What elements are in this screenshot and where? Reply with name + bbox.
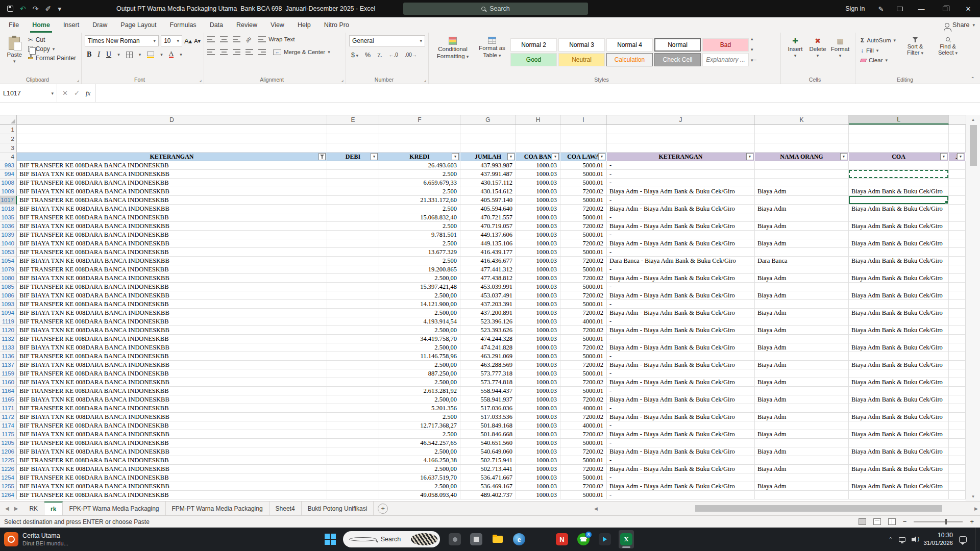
- cell[interactable]: 1000.03: [516, 274, 560, 283]
- cell[interactable]: [607, 125, 755, 134]
- cell[interactable]: Biaya Adm Bank & Buku Cek/Giro: [849, 378, 949, 387]
- cell[interactable]: 5000.01: [560, 170, 607, 179]
- cell[interactable]: [327, 465, 379, 473]
- cell[interactable]: Biaya Adm Bank & Buku Cek/Giro: [849, 482, 949, 491]
- cell[interactable]: 1000.03: [516, 283, 560, 291]
- cell[interactable]: [327, 300, 379, 309]
- cell[interactable]: 1000.03: [516, 291, 560, 300]
- row-header-1205[interactable]: 1205: [0, 439, 17, 447]
- cell[interactable]: [327, 335, 379, 343]
- cell[interactable]: Biaya Adm - Biaya Adm Bank & Buku Cek/Gi…: [607, 291, 755, 300]
- cell[interactable]: -: [607, 248, 755, 257]
- cell[interactable]: 7200.02: [560, 291, 607, 300]
- autosum-button[interactable]: ΣAutoSum▾: [859, 35, 898, 45]
- cell[interactable]: [17, 134, 327, 143]
- cell[interactable]: Biaya Adm - Biaya Adm Bank & Buku Cek/Gi…: [607, 430, 755, 439]
- row-header-4[interactable]: 4: [0, 153, 17, 161]
- sheet-tab-sheet4[interactable]: Sheet4: [270, 502, 302, 515]
- column-header-K[interactable]: K: [755, 115, 849, 124]
- row-header-1040[interactable]: 1040: [0, 239, 17, 248]
- cell[interactable]: 477.438.812: [460, 274, 516, 283]
- cell[interactable]: 1000.03: [516, 317, 560, 326]
- cell[interactable]: Biaya Adm - Biaya Adm Bank & Buku Cek/Gi…: [607, 465, 755, 473]
- cell[interactable]: 5.201.356: [379, 404, 460, 413]
- cell[interactable]: 1000.03: [516, 239, 560, 248]
- ribbon-tab-insert[interactable]: Insert: [57, 17, 86, 33]
- cell[interactable]: BIF BIAYA TXN KE 008DARA BANCA INDONESKB…: [17, 465, 327, 473]
- cell[interactable]: 5000.01: [560, 439, 607, 447]
- row-header-993[interactable]: 993: [0, 161, 17, 170]
- cell[interactable]: [849, 317, 949, 326]
- alignment-dialog-launcher[interactable]: ⌟: [341, 77, 344, 82]
- borders-icon[interactable]: [126, 52, 133, 58]
- row-header-1159[interactable]: 1159: [0, 369, 17, 378]
- cell[interactable]: 1000.03: [516, 179, 560, 187]
- cell[interactable]: [327, 387, 379, 395]
- cell[interactable]: BIF BIAYA TXN KE 008DARA BANCA INDONESKB…: [17, 205, 327, 213]
- cell[interactable]: 437.203.391: [460, 300, 516, 309]
- news-widget[interactable]: Cerita Utama Dirut BEI mundu...: [4, 532, 68, 546]
- redo-icon[interactable]: ↷: [33, 5, 39, 13]
- cell[interactable]: 6.659.679,33: [379, 179, 460, 187]
- cell[interactable]: [949, 179, 966, 187]
- cell[interactable]: [327, 395, 379, 404]
- cell[interactable]: [755, 456, 849, 465]
- cell[interactable]: Biaya Adm - Biaya Adm Bank & Buku Cek/Gi…: [607, 326, 755, 335]
- cell[interactable]: 2.500,00: [379, 395, 460, 404]
- cell[interactable]: [327, 352, 379, 361]
- cell[interactable]: BIF BIAYA TXN KE 008DARA BANCA INDONESKB…: [17, 257, 327, 265]
- cell[interactable]: [949, 335, 966, 343]
- undo-icon[interactable]: ↶: [20, 5, 26, 13]
- cell[interactable]: [949, 143, 966, 153]
- cell[interactable]: 501.849.168: [460, 421, 516, 430]
- cell[interactable]: BIF TRANSFER KE 008DARA BANCA INDONESKBB: [17, 387, 327, 395]
- accounting-format-icon[interactable]: $ ▾: [351, 52, 358, 59]
- row-header-1119[interactable]: 1119: [0, 317, 17, 326]
- filter-dropdown-button[interactable]: ▾: [371, 153, 378, 160]
- cell[interactable]: 2.500,00: [379, 291, 460, 300]
- filter-header-H[interactable]: COA BAN▾: [516, 153, 560, 161]
- cell[interactable]: 523.396.126: [460, 317, 516, 326]
- cell[interactable]: BIF TRANSFER KE 008DARA BANCA INDONESKBB: [17, 265, 327, 274]
- taskbar-media-app-icon[interactable]: [597, 530, 612, 548]
- cell[interactable]: [755, 421, 849, 430]
- cell[interactable]: 1000.03: [516, 352, 560, 361]
- row-header-1264[interactable]: 1264: [0, 491, 17, 499]
- cell[interactable]: 5000.01: [560, 248, 607, 257]
- cell[interactable]: 2.500,00: [379, 482, 460, 491]
- cell[interactable]: 5000.01: [560, 387, 607, 395]
- style-chip-normal-2[interactable]: Normal 2: [510, 38, 557, 52]
- cell[interactable]: [849, 213, 949, 222]
- cell[interactable]: Biaya Adm Bank & Buku Cek/Giro: [849, 326, 949, 335]
- style-chip-calculation[interactable]: Calculation: [606, 53, 653, 66]
- cell[interactable]: [849, 491, 949, 499]
- filter-header-E[interactable]: DEBI▾: [327, 153, 379, 161]
- cell[interactable]: BIF TRANSFER KE 008DARA BANCA INDONESKBB: [17, 283, 327, 291]
- cell[interactable]: [755, 265, 849, 274]
- cell[interactable]: BIF TRANSFER KE 008DARA BANCA INDONESKBB: [17, 369, 327, 378]
- cell[interactable]: Biaya Adm - Biaya Adm Bank & Buku Cek/Gi…: [607, 361, 755, 369]
- row-header-1165[interactable]: 1165: [0, 395, 17, 404]
- cell[interactable]: 5000.01: [560, 161, 607, 170]
- row-header-1036[interactable]: 1036: [0, 222, 17, 231]
- cell[interactable]: [949, 439, 966, 447]
- cell[interactable]: [327, 430, 379, 439]
- cell[interactable]: BIF TRANSFER KE 008DARA BANCA INDONESKBB: [17, 161, 327, 170]
- style-chip-neutral[interactable]: Neutral: [558, 53, 605, 66]
- filter-header-G[interactable]: JUMLAH▾: [460, 153, 516, 161]
- cell[interactable]: 453.039.991: [460, 283, 516, 291]
- cell[interactable]: BIF BIAYA TXN KE 008DARA BANCA INDONESKB…: [17, 222, 327, 231]
- cell[interactable]: [949, 413, 966, 421]
- cell[interactable]: 2.500: [379, 239, 460, 248]
- cell[interactable]: 1000.03: [516, 161, 560, 170]
- cell[interactable]: 558.944.437: [460, 387, 516, 395]
- cell[interactable]: Biaya Adm - Biaya Adm Bank & Buku Cek/Gi…: [607, 274, 755, 283]
- cell[interactable]: -: [607, 335, 755, 343]
- cell[interactable]: 1000.03: [516, 335, 560, 343]
- cell[interactable]: Biaya Adm: [755, 395, 849, 404]
- restore-button[interactable]: [933, 0, 957, 17]
- cell[interactable]: 470.719.057: [460, 222, 516, 231]
- cell[interactable]: 5000.01: [560, 265, 607, 274]
- cell[interactable]: [949, 257, 966, 265]
- gallery-down-icon[interactable]: ▾: [751, 47, 756, 52]
